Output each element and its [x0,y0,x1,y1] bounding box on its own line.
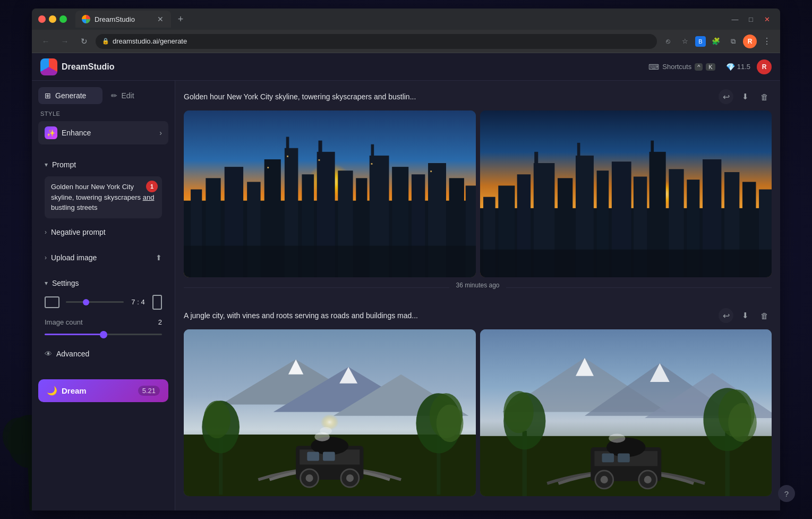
lock-icon: 🔒 [102,38,109,45]
redo-btn-2[interactable]: ↩ [719,308,733,323]
close-btn[interactable]: ✕ [760,12,774,26]
split-btn[interactable]: ⧉ [726,35,740,48]
sidebar-settings-section: ▾ Settings 7 : 4 [32,274,175,375]
browser-window: DreamStudio ✕ + — □ ✕ ← → ↻ 🔒 dreamstudi… [32,8,780,511]
group-2-title: A jungle city, with vines and roots serv… [184,311,712,320]
generate-label: Generate [55,91,86,100]
jungle-train-2 [480,329,772,496]
image-group-2: A jungle city, with vines and roots serv… [184,308,772,496]
profile-btn[interactable]: R [743,35,757,48]
image-count-slider[interactable] [45,330,162,339]
title-bar-right: — □ ✕ [728,12,774,26]
maximize-btn[interactable]: □ [744,12,758,26]
portrait-icon [152,295,162,310]
download-btn-2[interactable]: ⬇ [738,308,753,323]
jungle-train-1 [184,329,476,496]
active-tab[interactable]: DreamStudio ✕ [75,11,171,28]
download-btn-1[interactable]: ⬇ [738,89,753,104]
bookmark-btn[interactable]: ☆ [678,35,692,48]
extension-btn[interactable]: B [695,36,706,47]
app-name: DreamStudio [62,62,115,72]
edit-icon: ✏ [111,91,117,100]
chevron-down-icon: ▾ [45,161,48,168]
prompt-area[interactable]: Golden hour New York City skyline, tower… [45,176,162,218]
image-count-row: Image count 2 [45,318,162,339]
style-section-label: Style [38,108,168,121]
ar-track [66,301,124,303]
nyc-image-2[interactable] [480,110,772,277]
svg-rect-25 [319,159,320,161]
svg-rect-23 [267,167,269,168]
sidebar-item-edit[interactable]: ✏ Edit [105,87,169,104]
style-selector[interactable]: ✨ Enhance › [38,121,168,144]
count-fill [45,334,104,335]
svg-rect-92 [618,453,630,462]
advanced-row[interactable]: 👁 Advanced [45,345,162,362]
upload-row[interactable]: › Upload image ⬆ [38,248,168,267]
svg-rect-26 [371,163,373,165]
count-thumb [100,331,107,338]
menu-btn[interactable]: ⋮ [760,35,774,48]
reload-btn[interactable]: ↻ [76,34,91,49]
minimize-window-btn[interactable] [49,15,56,23]
jungle-image-2[interactable] [480,329,772,496]
image-grid-1 [184,110,772,277]
settings-content: 7 : 4 Image count 2 [38,293,168,369]
style-name: Enhance [62,129,91,137]
delete-btn-2[interactable]: 🗑 [757,308,772,323]
jungle-image-1[interactable] [184,329,476,496]
nyc-image-1[interactable] [184,110,476,277]
back-btn[interactable]: ← [38,34,53,49]
style-icon: ✨ [45,126,57,139]
upload-left: › Upload image [45,253,97,262]
delete-btn-1[interactable]: 🗑 [757,89,772,104]
maximize-window-btn[interactable] [59,15,67,23]
landscape-icon [45,296,59,308]
url-text: dreamstudio.ai/generate [113,37,187,45]
user-avatar[interactable]: R [757,59,772,74]
sidebar-style-section: Style ✨ Enhance › [32,108,175,155]
sidebar-item-generate[interactable]: ⊞ Generate [38,87,102,104]
header-right: ⌨ Shortcuts ^ K 💎 11.5 R [644,59,772,74]
prompt-header[interactable]: ▾ Prompt [38,155,168,174]
new-tab-btn[interactable]: + [173,12,188,27]
svg-point-93 [609,434,625,443]
app-logo: DreamStudio [40,58,115,75]
nyc-skyline-2 [480,110,772,277]
forward-btn[interactable]: → [57,34,72,49]
url-bar[interactable]: 🔒 dreamstudio.ai/generate [96,34,657,49]
aspect-ratio-row: 7 : 4 [45,295,162,310]
redo-btn-1[interactable]: ↩ [719,89,733,104]
minimize-btn[interactable]: — [728,12,742,26]
extensions-btn[interactable]: 🧩 [709,35,723,48]
image-group-2-header: A jungle city, with vines and roots serv… [184,308,772,323]
image-group-1-header: Golden hour New York City skyline, tower… [184,89,772,104]
kbd-badge-2: K [706,63,715,71]
svg-rect-50 [480,250,772,277]
shortcuts-label: Shortcuts [662,63,691,71]
svg-point-100 [728,403,757,443]
svg-rect-67 [323,452,335,461]
tab-close-btn[interactable]: ✕ [156,15,165,23]
svg-rect-38 [577,143,580,158]
tab-favicon [82,15,90,23]
shortcuts-btn[interactable]: ⌨ Shortcuts ^ K [644,61,719,73]
dream-label: Dream [62,386,87,395]
settings-header[interactable]: ▾ Settings [38,274,168,293]
chevron-right-icon: › [45,228,47,236]
close-window-btn[interactable] [38,15,46,23]
svg-point-90 [644,476,651,483]
svg-rect-43 [651,141,654,154]
logo-icon [40,58,57,75]
chevron-down-icon-2: ▾ [45,279,48,287]
content-area: Golden hour New York City skyline, tower… [175,81,780,511]
share-btn[interactable]: ⎋ [661,35,675,48]
image-count-value: 2 [158,318,162,326]
aspect-ratio-slider[interactable] [66,301,124,303]
negative-prompt-row[interactable]: › Negative prompt [38,223,168,242]
image-group-1: Golden hour New York City skyline, tower… [184,89,772,297]
svg-point-63 [305,474,313,482]
svg-rect-35 [534,152,538,165]
help-button[interactable]: ? [778,485,795,502]
dream-button[interactable]: 🌙 Dream 5.21 [38,379,168,402]
